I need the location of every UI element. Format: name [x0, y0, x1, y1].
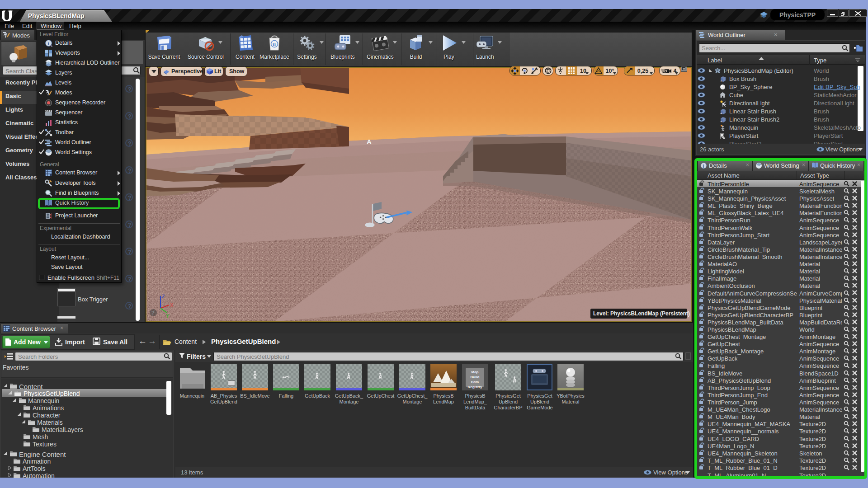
- svg-text:X: X: [170, 302, 174, 308]
- svg-text:+: +: [720, 120, 722, 123]
- svg-text:+: +: [720, 80, 722, 83]
- svg-text:?: ?: [151, 310, 154, 315]
- svg-text:Z: Z: [162, 294, 165, 299]
- svg-text:Y: Y: [166, 313, 170, 319]
- svg-text:A: A: [367, 138, 372, 145]
- svg-text:+: +: [720, 112, 722, 115]
- svg-text:i: i: [48, 41, 49, 46]
- svg-text:u: u: [273, 41, 276, 47]
- svg-text:Level: PhysicsBLendMap (Persi: Level: PhysicsBLendMap (Persistent): [593, 310, 690, 317]
